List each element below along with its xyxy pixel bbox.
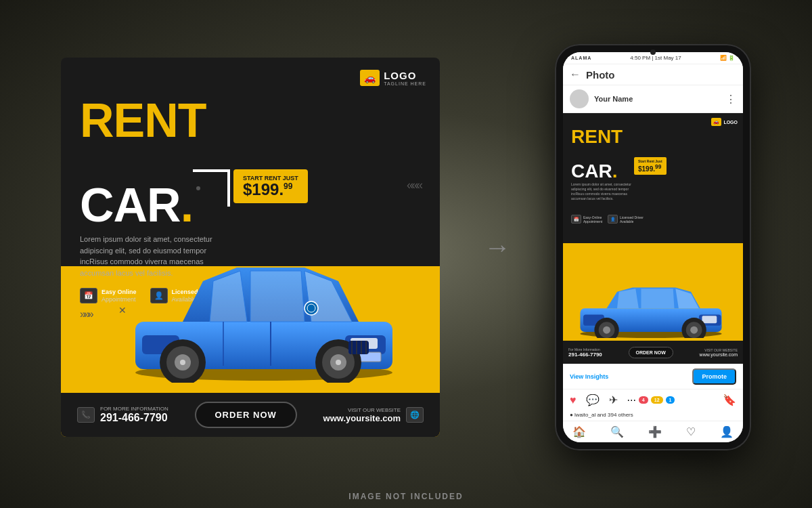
svg-point-30 — [603, 326, 610, 334]
main-container: 🚗 LOGO TAGLINE HERE RENT CAR. Start Rent… — [61, 44, 751, 450]
deco-dot-1 — [196, 186, 200, 190]
back-button[interactable]: ← — [570, 68, 581, 81]
phone-icon: 📞 — [77, 407, 95, 423]
home-nav-icon[interactable]: 🏠 — [572, 425, 586, 438]
logo-text-wrap: LOGO TAGLINE HERE — [384, 70, 426, 86]
nav-bar: ← Photo — [563, 64, 743, 85]
car-logo-icon: 🚗 — [360, 70, 380, 86]
mini-price: Start Rent Just $199.99 — [634, 157, 667, 175]
mini-feature-1-text: Easy-OnlineAppointment — [583, 215, 602, 224]
logo-area: 🚗 LOGO TAGLINE HERE — [360, 70, 426, 86]
actions-row: ♥ 💬 ✈ ··· 4 12 1 🔖 — [563, 389, 743, 410]
mini-features: 📅 Easy-OnlineAppointment 👤 Licensed Driv… — [571, 215, 644, 224]
mini-website: VISIT OUR WEBSITE www.yoursite.com — [700, 348, 738, 357]
for-info-label: For More Information — [100, 406, 168, 412]
insights-row: View Insights Promote — [563, 364, 743, 389]
status-time: 4:50 PM | 1st May 17 — [630, 55, 681, 61]
mini-description: Lorem ipsum dolor sit amet, consectetur … — [571, 182, 639, 201]
mini-phone-number: 291-466-7790 — [568, 352, 602, 358]
carrier-name: ALAMA — [571, 56, 591, 60]
mini-logo-icon: 🚗 — [711, 118, 721, 126]
website-details: VISIT OUR WEBSITE www.yoursite.com — [323, 407, 401, 423]
rent-heading: RENT — [80, 98, 206, 144]
yellow-reaction-count: 12 — [651, 396, 663, 404]
svg-point-11 — [180, 360, 185, 365]
profile-left: Your Name — [570, 89, 633, 108]
mini-ad: 🚗 LOGO RENT CAR. Start Rent Just $199.99… — [563, 113, 743, 364]
comment-icon[interactable]: 💬 — [586, 394, 600, 406]
deco-x-1: ✕ — [118, 305, 127, 316]
bottom-bar: 📞 For More Information 291-466-7790 ORDE… — [61, 393, 440, 437]
svg-rect-26 — [702, 316, 717, 323]
avatar — [570, 89, 589, 108]
status-icons: 📶 🔋 — [720, 55, 735, 61]
mini-phone: For More Information 291-466-7790 — [568, 347, 602, 358]
bottom-caption: IMAGE NOT INCLUDED — [348, 492, 463, 501]
calendar-icon: 📅 — [80, 288, 97, 303]
arrow-icon: → — [484, 232, 511, 263]
svg-point-15 — [336, 360, 341, 365]
blue-reaction-count: 1 — [666, 396, 675, 404]
car-image-area — [102, 193, 426, 383]
svg-point-33 — [690, 326, 698, 334]
visit-label: VISIT OUR WEBSITE — [323, 407, 401, 413]
promote-button[interactable]: Promote — [692, 368, 736, 385]
phone-screen: ALAMA 4:50 PM | 1st May 17 📶 🔋 ← Photo Y… — [563, 52, 743, 442]
profile-name: Your Name — [594, 95, 633, 103]
mini-logo-text: LOGO — [723, 120, 738, 125]
mini-car-image — [570, 270, 740, 338]
ad-card: 🚗 LOGO TAGLINE HERE RENT CAR. Start Rent… — [61, 58, 440, 437]
reaction-badge: ··· 4 12 1 — [627, 394, 675, 406]
bottom-nav: 🏠 🔍 ➕ ♡ 👤 — [563, 421, 743, 442]
action-icons-left: ♥ 💬 ✈ ··· 4 12 1 — [570, 394, 675, 406]
mini-feature-1: 📅 Easy-OnlineAppointment — [571, 215, 602, 224]
reactions-dots: ··· — [627, 394, 636, 406]
red-reaction-count: 4 — [639, 396, 648, 404]
globe-icon: 🌐 — [406, 407, 424, 423]
mini-price-value: $199.99 — [638, 163, 662, 173]
arrows-right-decoration: ««« — [407, 178, 421, 192]
bookmark-icon[interactable]: 🔖 — [723, 394, 736, 406]
website-url: www.yoursite.com — [323, 413, 401, 423]
logo-tagline: TAGLINE HERE — [384, 81, 426, 86]
mini-car: CAR. — [571, 161, 617, 182]
nav-title: Photo — [586, 69, 615, 81]
likes-text: ● lwaito_al and 394 others — [570, 412, 633, 418]
heart-nav-icon[interactable]: ♡ — [686, 425, 696, 438]
mini-driver-icon: 👤 — [608, 215, 618, 224]
mini-bottom-bar: For More Information 291-466-7790 ORDER … — [563, 341, 743, 364]
mini-rent: RENT — [571, 128, 623, 146]
insights-link[interactable]: View Insights — [570, 373, 608, 380]
mini-website-url: www.yoursite.com — [700, 352, 738, 357]
phone-camera — [650, 49, 656, 55]
logo-text: LOGO — [384, 70, 426, 81]
profile-nav-icon[interactable]: 👤 — [720, 425, 734, 438]
profile-row: Your Name ⋮ — [563, 85, 743, 113]
website-info: VISIT OUR WEBSITE www.yoursite.com 🌐 — [323, 407, 424, 423]
heart-icon[interactable]: ♥ — [570, 394, 577, 406]
mini-logo: 🚗 LOGO — [711, 118, 738, 126]
svg-point-21 — [304, 301, 318, 315]
phone-frame: ALAMA 4:50 PM | 1st May 17 📶 🔋 ← Photo Y… — [555, 44, 751, 450]
phone-number: 291-466-7790 — [100, 412, 168, 424]
share-icon[interactable]: ✈ — [609, 394, 618, 406]
arrows-bottom-decoration: »»» — [80, 308, 92, 320]
direction-arrow: → — [480, 232, 514, 263]
mini-visit-label: VISIT OUR WEBSITE — [700, 348, 738, 352]
likes-row: ● lwaito_al and 394 others — [563, 410, 743, 421]
phone-details: For More Information 291-466-7790 — [100, 406, 168, 424]
profile-menu-icon[interactable]: ⋮ — [725, 93, 736, 106]
mini-order-button[interactable]: ORDER NOW — [629, 347, 673, 358]
mini-feature-2: 👤 Licensed DriverAvailable — [608, 215, 644, 224]
search-nav-icon[interactable]: 🔍 — [610, 425, 624, 438]
mini-phone-label: For More Information — [568, 347, 602, 352]
mini-calendar-icon: 📅 — [571, 215, 581, 224]
add-nav-icon[interactable]: ➕ — [648, 425, 662, 438]
order-now-button[interactable]: ORDER NOW — [195, 402, 297, 428]
mini-feature-2-text: Licensed DriverAvailable — [620, 215, 644, 224]
phone-info: 📞 For More Information 291-466-7790 — [77, 406, 168, 424]
